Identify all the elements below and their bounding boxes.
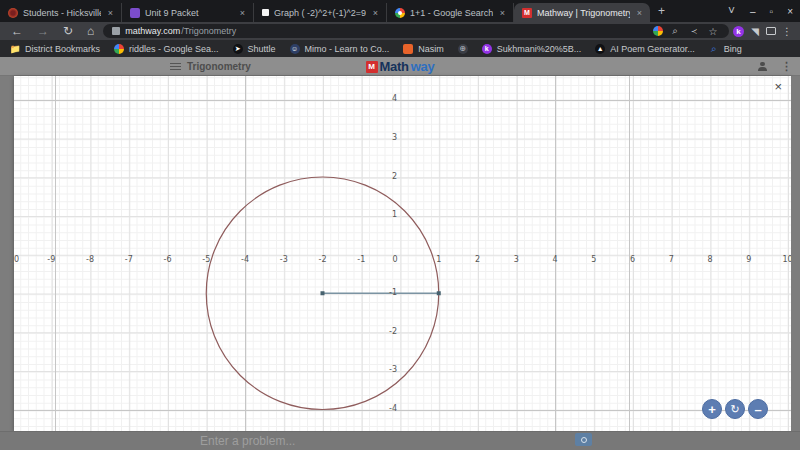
bookmark-label: Shuttle [248, 44, 276, 54]
tab-search-chevron[interactable]: ˅ [720, 0, 743, 22]
globe-icon: ⊕ [458, 44, 468, 54]
x-tick-label: 9 [746, 256, 751, 264]
bookmark-sukhmani205b[interactable]: kSukhmani%20%5B... [482, 44, 582, 54]
zoom-in-button[interactable]: + [702, 399, 722, 419]
x-tick-label: -3 [280, 256, 288, 264]
x-tick-label: 10 [782, 256, 791, 264]
graph-close-icon[interactable]: × [774, 79, 782, 94]
tab-3[interactable]: Graph ( -2)^2+(-1)^2=9 - Brai× [254, 3, 387, 22]
kami-icon: k [482, 44, 492, 54]
tab-4[interactable]: 1+1 - Google Search× [387, 3, 514, 22]
edge-point[interactable] [437, 291, 441, 295]
problem-input[interactable]: Enter a problem... [200, 434, 295, 448]
logo-text-way: way [411, 59, 435, 74]
back-button[interactable]: ← [6, 25, 28, 37]
browser-toolbar: ← → ↻ ⌂ mathway.com/Trigonometry ⌕ ≺ ☆ k… [0, 22, 800, 40]
tab-5[interactable]: MMathway | Trigonometry Prob× [514, 3, 650, 22]
tab-close-icon[interactable]: × [635, 8, 644, 18]
tab-close-icon[interactable]: × [238, 8, 247, 18]
x-tick-label: -10 [14, 256, 19, 264]
black-circle-icon: ▲ [595, 44, 605, 54]
y-tick-label: -4 [381, 405, 397, 413]
bookmark-label: AI Poem Generator... [610, 44, 695, 54]
reload-button[interactable]: ↻ [58, 25, 78, 37]
tab-title: 1+1 - Google Search [410, 8, 493, 18]
bing-icon: ⌕ [709, 44, 719, 54]
x-tick-label: -6 [164, 256, 172, 264]
bookmark-nasim[interactable]: Nasim [403, 44, 444, 54]
y-tick-label: 4 [381, 95, 397, 103]
bookmark-bing[interactable]: ⌕Bing [709, 44, 742, 54]
bookmark-label: Bing [724, 44, 742, 54]
tab-close-icon[interactable]: × [498, 8, 507, 18]
home-button[interactable]: ⌂ [82, 25, 99, 37]
tab-close-icon[interactable]: × [106, 8, 115, 18]
tab-close-icon[interactable]: × [371, 8, 380, 18]
black-circle-icon: ➤ [233, 44, 243, 54]
tab-2[interactable]: Unit 9 Packet× [122, 3, 254, 22]
side-panel-icon[interactable] [766, 27, 776, 35]
browser-menu-icon[interactable]: ⋮ [780, 26, 794, 37]
tab-1[interactable]: Students - Hicksville Public Sc× [0, 3, 122, 22]
bookmark-label: riddles - Google Sea... [129, 44, 219, 54]
share-icon[interactable]: ≺ [687, 27, 701, 36]
address-bar[interactable]: mathway.com/Trigonometry ⌕ ≺ ☆ [103, 24, 729, 38]
x-tick-label: 2 [475, 256, 480, 264]
packet-purple-favicon [130, 8, 140, 18]
bookmark-district[interactable]: 📁District Bookmarks [10, 44, 100, 54]
folder-icon: 📁 [10, 44, 20, 54]
extensions-puzzle-icon[interactable]: ◥ [748, 26, 762, 37]
bookmark-item5[interactable]: ⊕ [458, 44, 468, 54]
x-tick-label: -4 [241, 256, 249, 264]
scroll-gutter [791, 76, 800, 450]
bookmark-mimo[interactable]: ☺Mimo - Learn to Co... [290, 44, 390, 54]
url-path: /Trigonometry [181, 26, 236, 36]
orange-icon [403, 44, 413, 54]
google-icon [114, 44, 124, 54]
camera-button[interactable] [575, 433, 592, 446]
x-tick-label: -9 [47, 256, 55, 264]
forward-button[interactable]: → [32, 25, 54, 37]
browser-window: Students - Hicksville Public Sc×Unit 9 P… [0, 0, 800, 450]
bookmark-shuttle[interactable]: ➤Shuttle [233, 44, 276, 54]
x-tick-label: -2 [319, 256, 327, 264]
mathway-menu-icon[interactable]: ⋮ [781, 60, 792, 73]
x-tick-label: -5 [202, 256, 210, 264]
y-tick-label: -3 [381, 366, 397, 374]
x-tick-label: 7 [669, 256, 674, 264]
x-tick-label: 1 [436, 256, 441, 264]
x-tick-label: -7 [125, 256, 133, 264]
kami-extension-icon[interactable]: k [733, 26, 744, 37]
site-info-icon[interactable] [112, 27, 120, 35]
teal-circle-icon: ☺ [290, 44, 300, 54]
account-icon[interactable] [757, 62, 767, 72]
zoom-out-button[interactable]: – [748, 399, 768, 419]
y-tick-label: -2 [381, 328, 397, 336]
mathway-logo[interactable]: M Mathway [0, 57, 800, 76]
bookmark-label: Mimo - Learn to Co... [305, 44, 390, 54]
maximize-button[interactable]: ▫ [763, 0, 781, 22]
graph-panel[interactable]: -10-9-8-7-6-5-4-3-2-1012345678910 4321-1… [14, 76, 791, 431]
y-tick-label: -1 [381, 289, 397, 297]
minimize-button[interactable]: – [743, 0, 763, 22]
new-tab-button[interactable]: + [650, 0, 673, 22]
center-point[interactable] [321, 291, 325, 295]
y-tick-label: 2 [381, 173, 397, 181]
zoom-out-icon[interactable]: ⌕ [668, 25, 682, 37]
mathway-header: Trigonometry M Mathway ⋮ [0, 57, 800, 76]
camera-icon [581, 437, 587, 443]
google-favicon [395, 8, 405, 18]
circle-plot [14, 76, 791, 431]
tab-title: Mathway | Trigonometry Prob [537, 8, 630, 18]
google-account-icon[interactable] [653, 26, 663, 36]
x-tick-label: 8 [707, 256, 712, 264]
bookmark-ai[interactable]: ▲AI Poem Generator... [595, 44, 695, 54]
bookmark-label: Nasim [418, 44, 444, 54]
bookmarks-bar: 📁District Bookmarksriddles - Google Sea.… [0, 40, 800, 57]
mathway-favicon: M [522, 8, 532, 18]
window-close-button[interactable]: × [780, 0, 800, 22]
bookmark-star-icon[interactable]: ☆ [706, 26, 720, 37]
tab-title: Students - Hicksville Public Sc [23, 8, 101, 18]
zoom-reset-button[interactable]: ↻ [725, 399, 745, 419]
bookmark-riddles[interactable]: riddles - Google Sea... [114, 44, 219, 54]
